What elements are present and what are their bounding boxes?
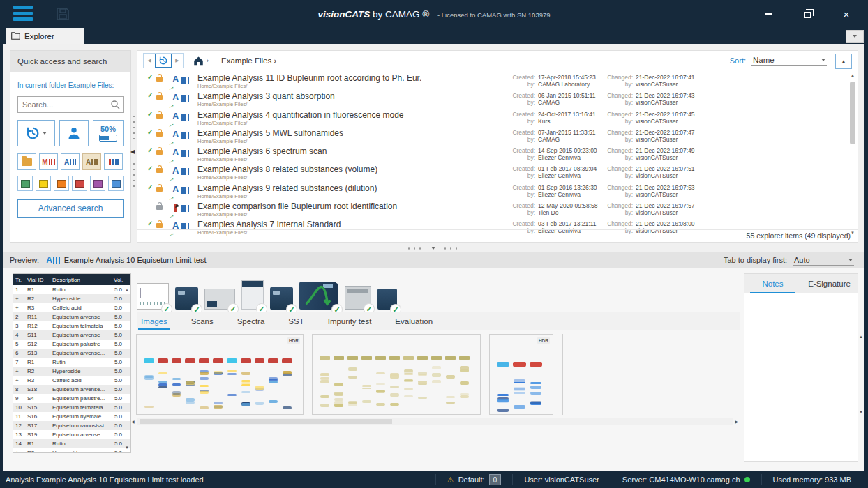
sequence-row[interactable]: 4 S11 Equisetum arvense 5.0 bbox=[13, 330, 130, 340]
instrument-icon[interactable] bbox=[270, 287, 293, 310]
sequence-row[interactable]: 13 S19 Equisetum arvense... 5.0 bbox=[13, 430, 130, 439]
splitter-dots[interactable] bbox=[133, 114, 135, 140]
forward-button[interactable]: ▶ bbox=[172, 54, 183, 68]
sequence-row[interactable]: 14 R1 Rutin 5.0 bbox=[13, 439, 130, 448]
plate-image-thumbnail[interactable]: HDR bbox=[137, 335, 303, 414]
description-cell: Equisetum palustre bbox=[50, 341, 112, 347]
scroll-left-arrow[interactable]: ◀ bbox=[131, 419, 135, 424]
tab-evaluation[interactable]: Evaluation bbox=[394, 314, 434, 329]
sequence-row[interactable]: 7 R1 Rutin 5.0 bbox=[13, 358, 130, 367]
by-label: by: bbox=[595, 191, 633, 198]
color-filter-button[interactable] bbox=[72, 176, 87, 191]
color-filter-button[interactable] bbox=[17, 176, 33, 191]
plate-image-thumbnail[interactable]: HDR bbox=[490, 335, 553, 414]
sequence-row[interactable]: 8 S18 Equisetum arvense... 5.0 bbox=[13, 385, 130, 394]
scroll-up-arrow[interactable]: ▲ bbox=[858, 335, 864, 339]
scrollbar-thumb[interactable] bbox=[140, 419, 392, 424]
color-filter-button[interactable] bbox=[36, 176, 51, 191]
tab-e-signature[interactable]: E-Signature bbox=[801, 274, 858, 293]
instrument-icon[interactable] bbox=[137, 283, 169, 310]
collapse-panel-arrow[interactable]: ◀ bbox=[130, 148, 135, 155]
advanced-search-button[interactable]: Advanced search bbox=[17, 199, 124, 218]
color-filter-button[interactable] bbox=[54, 176, 69, 191]
explorer-item-row[interactable]: ✓ A → Example comparison file Bupleurum … bbox=[137, 200, 848, 218]
splitter-dots[interactable] bbox=[133, 161, 135, 188]
scrollbar-thumb[interactable] bbox=[850, 82, 855, 144]
sort-dropdown[interactable]: Name bbox=[751, 55, 827, 66]
tab-options-button[interactable] bbox=[846, 30, 864, 43]
instrument-icon[interactable] bbox=[377, 289, 397, 310]
explorer-item-row[interactable]: ✓ A → Example Analysis 8 related substan… bbox=[137, 163, 848, 181]
track-cell: 12 bbox=[13, 422, 25, 429]
instrument-icon[interactable] bbox=[241, 280, 264, 310]
breadcrumb[interactable]: Example Files › bbox=[221, 56, 276, 65]
sequence-row[interactable]: 2 R11 Equisetum arvense 5.0 bbox=[13, 312, 130, 321]
file-type-filter-button[interactable] bbox=[104, 153, 123, 170]
sequence-row[interactable]: 10 S15 Equisetum telmateia 5.0 bbox=[13, 403, 130, 412]
sequence-row[interactable]: 9 S4 Equisetum palustre... 5.0 bbox=[13, 394, 130, 403]
search-input[interactable] bbox=[17, 96, 124, 113]
sequence-row[interactable]: 5 S12 Equisetum palustre 5.0 bbox=[13, 340, 130, 349]
back-button[interactable]: ◀ bbox=[144, 54, 155, 68]
horizontal-splitter[interactable] bbox=[3, 244, 864, 252]
scroll-right-arrow[interactable]: ▶ bbox=[735, 419, 738, 424]
scroll-down-arrow[interactable]: ▼ bbox=[858, 410, 864, 414]
splitter-collapse-arrow[interactable] bbox=[431, 247, 435, 250]
default-printer-segment[interactable]: ⚠ Default: 0 bbox=[435, 474, 513, 485]
tab-notes[interactable]: Notes bbox=[744, 274, 801, 293]
sequence-row[interactable]: 1 R1 Rutin 5.0 bbox=[13, 285, 130, 294]
explorer-item-row[interactable]: ✓ A → Example Analysis 4 quantification … bbox=[137, 109, 848, 127]
explorer-item-row[interactable]: ✓ A → Example Analysis 9 related substan… bbox=[137, 182, 848, 200]
created-stamp: Created: 14-Sep-2015 09:23:00 by: Elieze… bbox=[492, 147, 597, 161]
sequence-row[interactable]: + R3 Caffeic acid 5.0 bbox=[13, 303, 130, 312]
history-button[interactable] bbox=[155, 54, 172, 68]
file-icon-letter: A bbox=[172, 166, 179, 176]
by-label: by: bbox=[595, 99, 633, 106]
explorer-item-row[interactable]: ✓ A → Example Analysis 6 spectrum scan H… bbox=[137, 145, 848, 163]
instrument-icon[interactable] bbox=[204, 289, 235, 310]
restore-button[interactable] bbox=[800, 6, 815, 22]
tab-sst[interactable]: SST bbox=[287, 314, 305, 329]
color-filter-button[interactable] bbox=[108, 176, 124, 191]
tab-impurity-test[interactable]: Impurity test bbox=[327, 314, 373, 329]
sequence-row[interactable]: + R2 Hyperoside 5.0 bbox=[13, 448, 130, 453]
sequence-row[interactable]: 12 S17 Equisetum ramosissi... 5.0 bbox=[13, 421, 130, 430]
folder-icon bbox=[11, 32, 20, 40]
tab-explorer[interactable]: Explorer bbox=[6, 28, 84, 44]
by-label: by: bbox=[595, 209, 633, 216]
instrument-icon[interactable] bbox=[299, 282, 338, 310]
color-filter-button[interactable] bbox=[90, 176, 105, 191]
scroll-up-arrow[interactable]: ▲ bbox=[125, 288, 129, 292]
filter-folders-button[interactable] bbox=[17, 153, 36, 170]
scroll-up-arrow[interactable]: ▲ bbox=[849, 72, 856, 79]
recent-files-button[interactable] bbox=[17, 120, 55, 146]
explorer-item-row[interactable]: ✓ A → Example Analysis 5 MWL sulfonamide… bbox=[137, 127, 848, 145]
sequence-row[interactable]: + R2 Hyperoside 5.0 bbox=[13, 294, 130, 303]
file-type-filter-button[interactable]: A bbox=[61, 153, 80, 170]
plate-image-thumbnail[interactable] bbox=[313, 335, 480, 414]
sequence-row[interactable]: 6 S13 Equisetum arvense... 5.0 bbox=[13, 349, 130, 358]
home-breadcrumb-button[interactable]: › bbox=[193, 56, 209, 66]
sort-direction-button[interactable]: ▲ bbox=[835, 54, 852, 69]
menu-icon[interactable] bbox=[13, 6, 33, 22]
save-icon[interactable] bbox=[56, 7, 70, 21]
instrument-icon[interactable] bbox=[175, 287, 198, 310]
explorer-item-row[interactable]: ✓ A → Example Analysis 3 quant absorptio… bbox=[137, 90, 848, 108]
sequence-row[interactable]: 3 R12 Equisetum telmateia 5.0 bbox=[13, 321, 130, 330]
explorer-item-row[interactable]: ✓ A → Example Analysis 11 ID Bupleurim r… bbox=[137, 72, 848, 90]
tab-scans[interactable]: Scans bbox=[190, 314, 215, 329]
close-button[interactable]: × bbox=[839, 6, 854, 22]
file-type-filter-button[interactable]: A bbox=[82, 153, 101, 170]
file-type-filter-button[interactable]: M bbox=[39, 153, 58, 170]
scroll-down-arrow[interactable]: ▼ bbox=[125, 445, 129, 450]
tab-first-dropdown[interactable]: Auto bbox=[793, 255, 854, 266]
my-files-button[interactable] bbox=[59, 120, 89, 146]
zoom-level-button[interactable]: 50% bbox=[93, 120, 124, 146]
instrument-icon[interactable] bbox=[345, 286, 371, 310]
sequence-row[interactable]: + R3 Caffeic acid 5.0 bbox=[13, 376, 130, 385]
minimize-button[interactable] bbox=[761, 6, 776, 22]
sequence-row[interactable]: 11 S16 Equisetum hyemale 5.0 bbox=[13, 412, 130, 421]
tab-spectra[interactable]: Spectra bbox=[236, 314, 267, 329]
sequence-row[interactable]: + R2 Hyperoside 5.0 bbox=[13, 367, 130, 376]
tab-images[interactable]: Images bbox=[140, 314, 169, 329]
